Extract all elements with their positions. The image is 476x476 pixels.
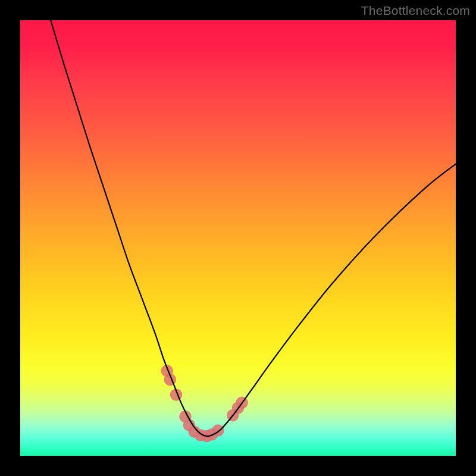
chart-svg (20, 20, 456, 456)
watermark-text: TheBottleneck.com (361, 4, 470, 18)
chart-frame: TheBottleneck.com (0, 0, 476, 476)
plot-area (20, 20, 456, 456)
bottleneck-curve (51, 20, 456, 436)
threshold-markers (161, 365, 248, 442)
